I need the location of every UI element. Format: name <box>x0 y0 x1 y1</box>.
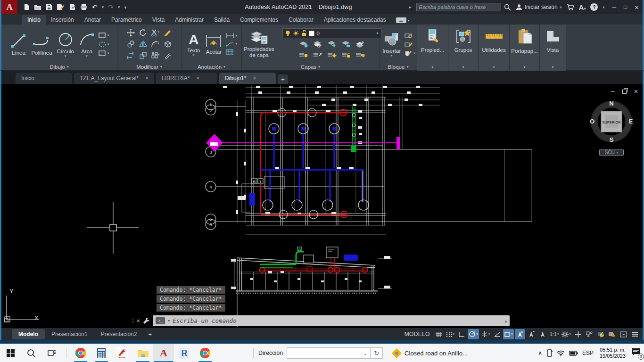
scu-dropdown[interactable]: SCU▾ <box>599 149 624 156</box>
qat-customize-icon[interactable]: ▾ <box>124 5 127 10</box>
drawing-canvas[interactable]: 1 2 3 4 5 6 <box>0 84 644 328</box>
layer-isolate-icon[interactable] <box>299 41 308 48</box>
viewcube-compass[interactable]: SUPERIOR N S O E <box>589 99 634 144</box>
circulo-button[interactable]: Círculo ▾ <box>56 31 75 58</box>
file-tab-libreria[interactable]: LIBRERIA*× <box>156 73 217 84</box>
create-block-tool[interactable] <box>405 32 413 39</box>
layer-thaw-icon[interactable] <box>327 51 337 58</box>
tab-aplicaciones[interactable]: Aplicaciones destacadas <box>319 15 391 25</box>
window-minimize-button[interactable]: ─ <box>612 4 616 10</box>
tab-parametrico[interactable]: Paramétrico <box>106 15 147 25</box>
arco-caret-icon[interactable]: ▾ <box>86 55 88 57</box>
workspace-gear-button[interactable]: ▾ <box>561 329 572 339</box>
new-drawing-tab-button[interactable]: + <box>278 74 288 84</box>
task-view-button[interactable] <box>41 344 62 362</box>
layer-dropdown[interactable]: 0 ▾ <box>282 28 381 38</box>
command-caret-icon[interactable]: ▾ <box>168 319 170 323</box>
panel-label-modificar[interactable]: Modificar▾ <box>117 63 181 71</box>
insertar-caret-icon[interactable]: ▾ <box>391 55 393 57</box>
address-refresh-button[interactable]: ↻ <box>371 347 383 359</box>
annotation-scale-button[interactable] <box>537 329 548 339</box>
ellipse-tool[interactable]: ▾ <box>98 41 109 48</box>
taskbar-kaema-app[interactable]: KAEMA <box>112 344 132 362</box>
sign-in-button[interactable]: Iniciar sesión ▾ <box>516 4 562 10</box>
panel-label-bloque[interactable]: Bloque▾ <box>380 63 417 71</box>
taskbar-file-explorer[interactable] <box>132 344 153 362</box>
help-icon[interactable]: ? <box>590 3 598 11</box>
taskbar-clock[interactable]: 05:51 p. m. 19/05/2023 <box>600 347 626 359</box>
command-input[interactable]: Escriba un comando <box>173 317 502 324</box>
address-caret-icon[interactable]: ⌄ <box>363 351 367 356</box>
copy-icon[interactable] <box>127 40 135 48</box>
explode-icon[interactable] <box>164 40 172 48</box>
linea-button[interactable]: Línea <box>9 32 28 57</box>
file-tab-inicio[interactable]: Inicio <box>16 73 72 84</box>
tray-expand-icon[interactable]: ∧ <box>538 350 542 356</box>
compass-west[interactable]: O <box>590 118 594 125</box>
your-phone-icon[interactable] <box>546 349 553 357</box>
close-icon[interactable]: × <box>145 75 149 82</box>
panel-label-capas[interactable]: Capas▾ <box>242 63 379 71</box>
search-icon[interactable] <box>504 4 511 11</box>
file-tab-dibujo1[interactable]: Dibujo1*× <box>219 73 276 84</box>
print-icon[interactable] <box>80 4 88 10</box>
taskbar-autocad[interactable]: A <box>153 344 174 362</box>
grid-toggle[interactable] <box>434 329 444 339</box>
compass-north[interactable]: N <box>609 100 613 107</box>
close-icon[interactable]: × <box>253 75 256 82</box>
trim-icon[interactable]: ▾ <box>151 29 160 37</box>
help-caret-icon[interactable]: ▾ <box>603 5 604 9</box>
texto-button[interactable]: A Texto ▾ <box>186 32 202 57</box>
stretch-icon[interactable] <box>127 51 135 59</box>
doc-close-button[interactable]: × <box>634 88 638 95</box>
taskbar-chrome-2[interactable] <box>195 344 215 362</box>
layer-state-icon[interactable] <box>355 51 365 58</box>
tab-insercion[interactable]: Inserción <box>46 15 79 25</box>
acotar-button[interactable]: Acotar <box>203 33 224 56</box>
address-input[interactable]: ⌄ <box>287 347 371 359</box>
annotation-autoscale-toggle[interactable] <box>526 329 537 339</box>
panel-utilidades[interactable]: Utilidades ▾ <box>479 25 510 71</box>
circulo-caret-icon[interactable]: ▾ <box>65 55 66 57</box>
layout-tab-presentacion2[interactable]: Presentación2 <box>94 329 144 339</box>
layout-tab-presentacion1[interactable]: Presentación1 <box>45 329 94 339</box>
leader-tool[interactable]: ▾ <box>226 41 237 47</box>
panel-portapapeles[interactable]: Portapap... ▾ <box>510 25 540 71</box>
layer-freeze-icon[interactable] <box>327 41 337 48</box>
panel-label-dibujo[interactable]: Dibujo▾ <box>1 63 117 71</box>
save-as-icon[interactable] <box>57 4 65 10</box>
window-close-button[interactable]: × <box>635 3 639 11</box>
publish-icon[interactable] <box>69 4 76 10</box>
edit-block-tool[interactable] <box>405 41 413 48</box>
viewcube-face-label[interactable]: SUPERIOR <box>602 120 621 124</box>
polar-tracking-toggle[interactable]: ▾ <box>468 329 479 339</box>
clean-screen-button[interactable] <box>618 329 628 339</box>
action-center-button[interactable]: 3 <box>631 347 642 359</box>
tab-anotar[interactable]: Anotar <box>79 15 106 25</box>
tab-complementos[interactable]: Complementos <box>235 15 283 25</box>
save-icon[interactable] <box>46 4 52 10</box>
array-icon[interactable]: ▾ <box>151 51 160 59</box>
new-layout-button[interactable]: + <box>148 331 152 338</box>
isodraft-toggle[interactable]: ▾ <box>480 329 491 339</box>
hatch-tool[interactable]: ▾ <box>98 50 109 57</box>
viewcube[interactable]: SUPERIOR N S O E SCU▾ <box>589 99 634 156</box>
hardware-warning-button[interactable] <box>607 329 617 339</box>
undo-icon[interactable]: ↶ <box>92 3 98 11</box>
panel-vista[interactable]: Vista ▾ <box>540 25 566 71</box>
command-prompt-icon[interactable]: >_ <box>156 317 165 324</box>
undo-caret-icon[interactable]: ▾ <box>102 5 104 9</box>
layer-previous-icon[interactable] <box>313 51 322 58</box>
tab-colaborar[interactable]: Colaborar <box>283 15 319 25</box>
rectangle-tool[interactable]: ▾ <box>98 32 109 39</box>
layer-unisolate-icon[interactable] <box>313 41 322 48</box>
mirror-icon[interactable] <box>139 40 147 48</box>
tab-inicio[interactable]: Inicio <box>22 15 46 25</box>
doc-restore-button[interactable] <box>622 90 627 94</box>
new-file-icon[interactable] <box>23 4 30 10</box>
command-wrench-icon[interactable] <box>143 317 150 324</box>
ortho-toggle[interactable] <box>456 329 467 339</box>
language-indicator[interactable]: ESP <box>582 350 594 356</box>
tab-vista[interactable]: Vista <box>147 15 170 25</box>
compass-south[interactable]: S <box>610 136 614 143</box>
